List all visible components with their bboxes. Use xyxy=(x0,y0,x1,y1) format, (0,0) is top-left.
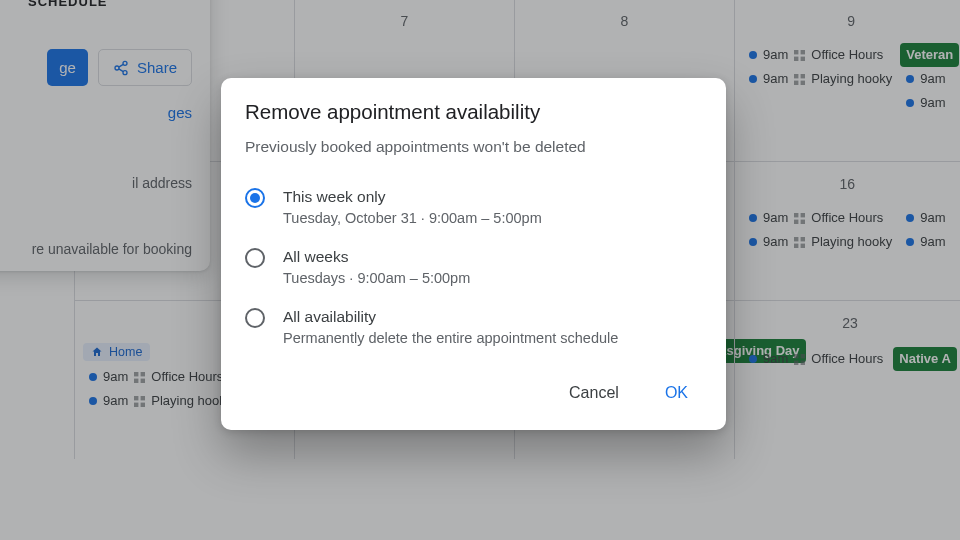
radio-icon xyxy=(245,248,265,268)
radio-option-all-availability[interactable]: All availability Permanently delete the … xyxy=(245,302,702,362)
radio-sublabel: Tuesdays · 9:00am – 5:00pm xyxy=(283,268,470,288)
radio-label: This week only xyxy=(283,186,542,208)
dialog-subtitle: Previously booked appointments won't be … xyxy=(245,138,702,156)
radio-label: All weeks xyxy=(283,246,470,268)
remove-availability-dialog: Remove appointment availability Previous… xyxy=(221,78,726,430)
radio-icon xyxy=(245,308,265,328)
radio-option-all-weeks[interactable]: All weeks Tuesdays · 9:00am – 5:00pm xyxy=(245,242,702,302)
radio-sublabel: Tuesday, October 31 · 9:00am – 5:00pm xyxy=(283,208,542,228)
radio-label: All availability xyxy=(283,306,618,328)
ok-button[interactable]: OK xyxy=(659,376,694,410)
radio-sublabel: Permanently delete the entire appointmen… xyxy=(283,328,618,348)
cancel-button[interactable]: Cancel xyxy=(563,376,625,410)
radio-option-this-week[interactable]: This week only Tuesday, October 31 · 9:0… xyxy=(245,182,702,242)
radio-icon xyxy=(245,188,265,208)
dialog-title: Remove appointment availability xyxy=(245,100,702,124)
